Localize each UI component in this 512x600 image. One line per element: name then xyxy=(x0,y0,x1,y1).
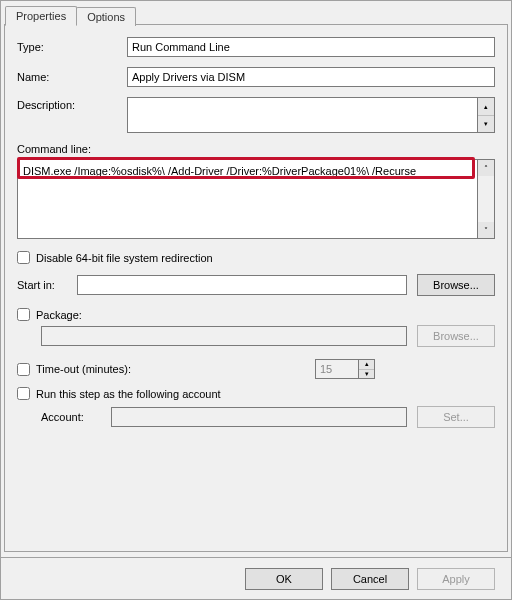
startin-label: Start in: xyxy=(17,279,67,291)
apply-button: Apply xyxy=(417,568,495,590)
package-checkbox[interactable]: Package: xyxy=(17,308,495,321)
runas-input[interactable] xyxy=(17,387,30,400)
tab-strip: Properties Options xyxy=(1,3,511,26)
dialog-footer: OK Cancel Apply xyxy=(1,557,511,599)
name-label: Name: xyxy=(17,71,127,83)
chevron-down-icon[interactable]: ▾ xyxy=(359,370,374,379)
package-field xyxy=(41,326,407,346)
properties-panel: Type: Name: Description: ▴ ▾ Command lin… xyxy=(4,24,508,552)
package-input[interactable] xyxy=(17,308,30,321)
timeout-spinner[interactable]: ▴ ▾ xyxy=(315,359,375,379)
commandline-scrollbar[interactable]: ˄ ˅ xyxy=(478,159,495,239)
disable-redirection-label: Disable 64-bit file system redirection xyxy=(36,252,213,264)
package-label: Package: xyxy=(36,309,82,321)
ok-button[interactable]: OK xyxy=(245,568,323,590)
timeout-input[interactable] xyxy=(17,363,30,376)
timeout-label: Time-out (minutes): xyxy=(36,363,131,375)
tab-properties[interactable]: Properties xyxy=(5,6,77,26)
chevron-down-icon[interactable]: ▾ xyxy=(478,116,494,133)
type-label: Type: xyxy=(17,41,127,53)
description-scroll[interactable]: ▴ ▾ xyxy=(478,97,495,133)
description-label: Description: xyxy=(17,97,127,111)
commandline-label: Command line: xyxy=(17,143,495,155)
browse-package-button: Browse... xyxy=(417,325,495,347)
disable-redirection-input[interactable] xyxy=(17,251,30,264)
chevron-down-icon[interactable]: ˅ xyxy=(478,222,494,238)
chevron-up-icon[interactable]: ˄ xyxy=(478,160,494,176)
timeout-value xyxy=(315,359,359,379)
timeout-checkbox[interactable]: Time-out (minutes): xyxy=(17,363,131,376)
description-field[interactable] xyxy=(127,97,478,133)
runas-checkbox[interactable]: Run this step as the following account xyxy=(17,387,495,400)
commandline-field[interactable]: DISM.exe /Image:%osdisk%\ /Add-Driver /D… xyxy=(17,159,478,239)
chevron-up-icon[interactable]: ▴ xyxy=(359,360,374,370)
account-label: Account: xyxy=(41,411,101,423)
runas-label: Run this step as the following account xyxy=(36,388,221,400)
browse-startin-button[interactable]: Browse... xyxy=(417,274,495,296)
disable-redirection-checkbox[interactable]: Disable 64-bit file system redirection xyxy=(17,251,495,264)
tab-options[interactable]: Options xyxy=(76,7,136,26)
chevron-up-icon[interactable]: ▴ xyxy=(478,98,494,116)
name-field[interactable] xyxy=(127,67,495,87)
startin-field[interactable] xyxy=(77,275,407,295)
dialog-window: Properties Options Type: Name: Descripti… xyxy=(0,0,512,600)
account-field xyxy=(111,407,407,427)
cancel-button[interactable]: Cancel xyxy=(331,568,409,590)
type-field xyxy=(127,37,495,57)
set-account-button: Set... xyxy=(417,406,495,428)
